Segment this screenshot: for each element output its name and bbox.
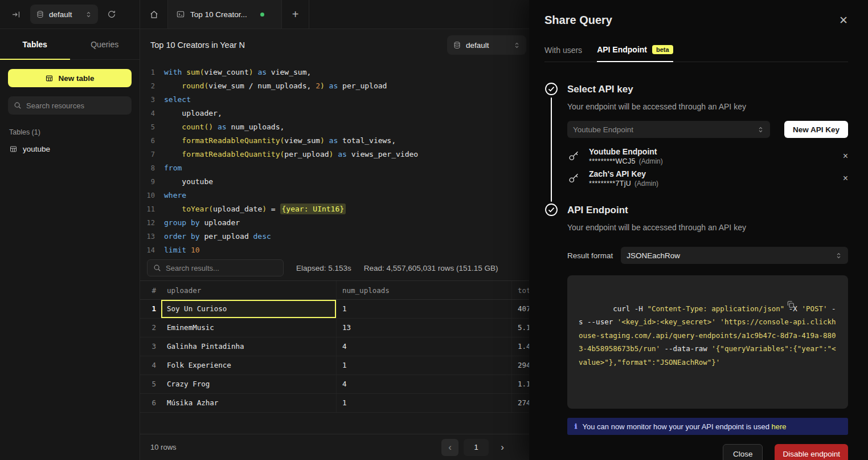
close-button[interactable]: Close (723, 444, 763, 460)
query-database-selector[interactable]: default (447, 35, 526, 55)
cell-num-uploads[interactable]: 1 (337, 300, 512, 318)
query-tab[interactable]: Top 10 Creator... (168, 0, 282, 29)
tab-with-users[interactable]: With users (544, 45, 582, 62)
share-footer: Close Disable endpoint (544, 435, 848, 460)
info-icon: ℹ (575, 422, 578, 430)
new-api-key-button[interactable]: New API Key (784, 121, 848, 138)
share-header: Share Query ✕ (544, 0, 848, 27)
database-selector-value: default (49, 10, 72, 19)
column-header-uploader[interactable]: uploader (161, 281, 337, 299)
step-connector-line (551, 97, 552, 202)
new-table-button[interactable]: New table (8, 69, 132, 87)
cell-num-uploads[interactable]: 4 (337, 375, 512, 393)
tab-api-endpoint-label: API Endpoint (597, 45, 647, 54)
database-icon (453, 41, 461, 50)
table-icon (45, 74, 54, 83)
banner-here-link[interactable]: here (772, 422, 787, 431)
tab-api-endpoint[interactable]: API Endpoint beta (597, 45, 673, 62)
cell-index[interactable]: 1 (140, 300, 161, 318)
line-number: 8 (140, 161, 155, 175)
api-key-item[interactable]: Youtube Endpoint*********WCJ5(Admin)× (567, 147, 848, 165)
column-header-index[interactable]: # (140, 281, 161, 299)
monitor-info-banner: ℹ You can now monitor how your your API … (567, 418, 848, 435)
tables-section-label: Tables (1) (9, 128, 130, 136)
cell-uploader[interactable]: Crazy Frog (161, 375, 337, 393)
close-icon: ✕ (839, 14, 848, 26)
step-select-api-key: Select API key Your endpoint will be acc… (544, 84, 848, 203)
line-number: 13 (140, 230, 155, 243)
close-panel-button[interactable]: ✕ (839, 15, 848, 26)
search-resources-input[interactable] (26, 101, 126, 110)
step-api-endpoint: API Endpoint Your endpoint will be acces… (544, 205, 848, 435)
cell-index[interactable]: 3 (140, 337, 161, 356)
step-check-icon (544, 203, 558, 217)
sidebar-tabs: Tables Queries (0, 29, 140, 60)
tab-queries[interactable]: Queries (70, 29, 140, 59)
previous-page-button[interactable]: ‹ (441, 439, 458, 456)
step2-subtitle: Your endpoint will be accessed through a… (567, 223, 848, 232)
step1-subtitle: Your endpoint will be accessed through a… (567, 102, 848, 111)
line-number: 3 (140, 93, 155, 107)
new-tab-button[interactable]: + (282, 0, 309, 29)
tab-tables[interactable]: Tables (0, 29, 70, 59)
home-tab-button[interactable] (140, 0, 168, 29)
remove-key-button[interactable]: × (843, 173, 848, 184)
collapse-sidebar-button[interactable] (9, 7, 23, 22)
disable-endpoint-button[interactable]: Disable endpoint (775, 444, 848, 460)
search-results-input[interactable] (166, 264, 277, 272)
api-key-select-value: Youtube Endpoint (573, 125, 633, 134)
share-tabs: With users API Endpoint beta (544, 45, 848, 62)
home-icon (149, 10, 159, 19)
search-icon (153, 264, 161, 272)
page-number[interactable]: 1 (464, 439, 489, 456)
line-number: 4 (140, 107, 155, 120)
sidebar-item-youtube[interactable]: youtube (9, 145, 130, 153)
console-icon (176, 10, 185, 19)
column-header-num-uploads[interactable]: num_uploads (337, 281, 512, 299)
panel-title: Share Query (544, 14, 612, 27)
beta-badge: beta (652, 45, 673, 54)
new-table-label: New table (58, 74, 94, 83)
sidebar-search (8, 96, 132, 115)
result-format-select[interactable]: JSONEachRow (621, 247, 848, 264)
cell-num-uploads[interactable]: 1 (337, 394, 512, 412)
api-key-select[interactable]: Youtube Endpoint (567, 121, 770, 138)
curl-code-block: curl -H "Content-Type: application/json"… (567, 275, 848, 409)
tab-status-dot (260, 13, 264, 17)
result-format-label: Result format (567, 251, 613, 260)
chevron-updown-icon (835, 252, 842, 259)
cell-index[interactable]: 6 (140, 394, 161, 412)
cell-index[interactable]: 4 (140, 356, 161, 374)
cell-uploader[interactable]: Músika Azhar (161, 394, 337, 412)
database-selector[interactable]: default (30, 5, 98, 24)
query-tab-title: Top 10 Creator... (190, 10, 247, 19)
key-icon (567, 172, 581, 185)
api-key-role: (Admin) (634, 180, 658, 188)
tab-strip: Top 10 Creator... + (140, 0, 309, 29)
line-number: 9 (140, 175, 155, 189)
refresh-button[interactable] (105, 7, 118, 21)
cell-num-uploads[interactable]: 4 (337, 337, 512, 356)
line-number: 14 (140, 243, 155, 255)
api-key-list: Youtube Endpoint*********WCJ5(Admin)×Zac… (567, 147, 848, 203)
api-key-item[interactable]: Zach's API Key*********7TjU(Admin)× (567, 169, 848, 188)
rows-read: Read: 4,557,605,031 rows (151.15 GB) (364, 264, 498, 272)
remove-key-button[interactable]: × (843, 151, 848, 161)
cell-uploader[interactable]: EminemMusic (161, 319, 337, 337)
search-icon (14, 101, 22, 109)
sidebar: Tables Queries New table Tables (1) yout… (0, 29, 140, 460)
cell-index[interactable]: 2 (140, 319, 161, 337)
refresh-icon (107, 10, 116, 19)
line-number: 7 (140, 148, 155, 161)
cell-uploader[interactable]: Galinha Pintadinha (161, 337, 337, 356)
database-icon (36, 10, 44, 19)
cell-uploader[interactable]: Soy Un Curioso (161, 300, 337, 318)
query-parameter-chip[interactable]: {year: UInt16} (280, 203, 346, 214)
next-page-button[interactable]: › (494, 439, 511, 456)
line-number: 12 (140, 216, 155, 230)
cell-uploader[interactable]: Folk Experience (161, 356, 337, 374)
cell-index[interactable]: 5 (140, 375, 161, 393)
copy-button[interactable] (786, 283, 841, 326)
cell-num-uploads[interactable]: 13 (337, 319, 512, 337)
cell-num-uploads[interactable]: 1 (337, 356, 512, 374)
